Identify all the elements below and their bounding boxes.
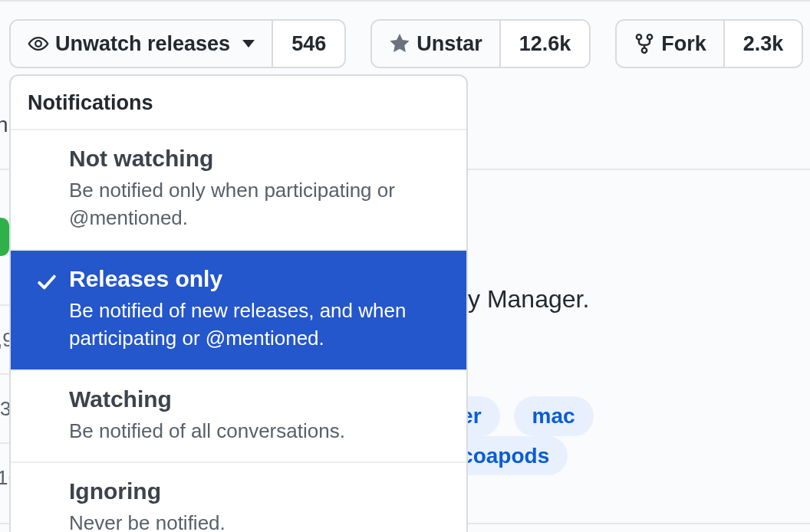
star-label: Unstar <box>417 34 482 54</box>
fork-button[interactable]: Fork <box>617 21 723 67</box>
unstar-button[interactable]: Unstar <box>372 21 499 67</box>
dropdown-item-subtitle: Be notified only when participating or @… <box>69 176 449 232</box>
star-count[interactable]: 12.6k <box>499 21 590 67</box>
svg-point-2 <box>647 34 652 39</box>
dropdown-item-releases-only[interactable]: Releases onlyBe notified of new releases… <box>11 249 466 369</box>
dropdown-item-title: Watching <box>69 386 449 412</box>
watch-button-group: Unwatch releases 546 <box>9 19 346 68</box>
dropdown-item-not-watching[interactable]: Not watchingBe notified only when partic… <box>11 129 466 249</box>
watch-label: Unwatch releases <box>55 34 230 54</box>
svg-point-0 <box>35 41 41 47</box>
dropdown-header: Notifications <box>11 76 466 123</box>
watch-count[interactable]: 546 <box>272 21 344 67</box>
fork-count[interactable]: 2.3k <box>723 21 802 67</box>
dropdown-item-title: Not watching <box>69 146 449 172</box>
fork-icon <box>634 33 655 54</box>
eye-icon <box>28 33 49 54</box>
dropdown-item-subtitle: Be notified of all conversations. <box>69 417 449 445</box>
chevron-down-icon <box>242 40 255 48</box>
topic-tag[interactable]: mac <box>514 396 594 436</box>
fork-label: Fork <box>661 34 706 54</box>
fork-button-group: Fork 2.3k <box>615 19 803 68</box>
dropdown-item-title: Releases only <box>69 266 449 292</box>
unwatch-releases-button[interactable]: Unwatch releases <box>11 21 272 67</box>
repo-actions-toolbar: Unwatch releases 546 Unstar 12.6k <box>9 19 803 68</box>
dropdown-item-subtitle: Never be notified. <box>69 509 449 532</box>
star-button-group: Unstar 12.6k <box>370 19 591 68</box>
dropdown-item-subtitle: Be notified of new releases, and when pa… <box>69 297 449 353</box>
notifications-dropdown: Notifications Not watchingBe notified on… <box>9 74 468 532</box>
dropdown-item-title: Ignoring <box>69 478 449 504</box>
dropdown-item-ignoring[interactable]: IgnoringNever be notified. <box>11 461 466 532</box>
repo-description-fragment: y Manager. <box>468 285 589 314</box>
svg-point-3 <box>642 48 647 53</box>
check-icon <box>37 272 57 295</box>
dropdown-item-watching[interactable]: WatchingBe notified of all conversations… <box>11 369 466 461</box>
star-icon <box>389 33 410 54</box>
svg-point-1 <box>637 34 641 39</box>
